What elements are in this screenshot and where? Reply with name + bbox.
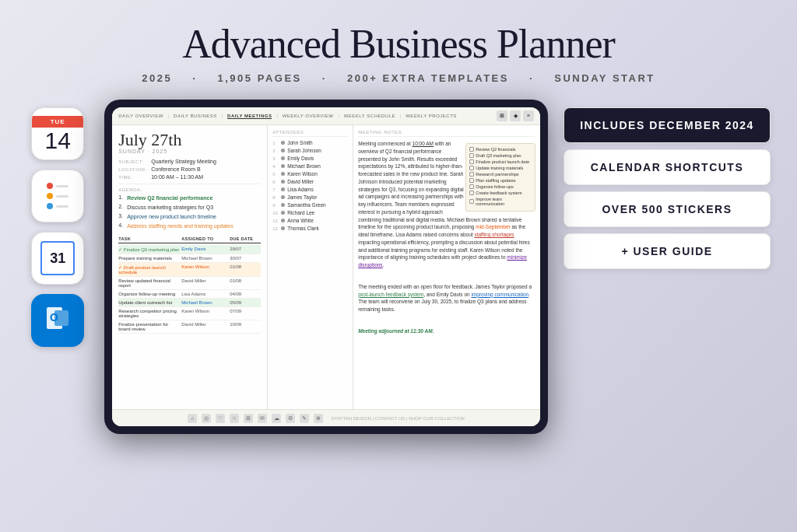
badge-calendar-shortcuts: CALENDAR SHORTCUTS — [564, 149, 771, 185]
orange-dot — [47, 193, 53, 199]
location-label: LOCATION: — [118, 166, 148, 172]
bottom-icon-5[interactable]: ⊞ — [244, 414, 253, 423]
notes-panel: MEETING NOTES Review Q2 financials Draft… — [353, 125, 540, 409]
nav-daily-meetings[interactable]: DAILY MEETINGS — [227, 114, 272, 119]
time-value: 10:00 AM – 11:30 AM — [151, 174, 203, 180]
check-4: Update training materials — [469, 166, 532, 170]
notes-header: MEETING NOTES — [358, 130, 535, 137]
time-label: TIME: — [118, 174, 148, 180]
bottom-icon-4[interactable]: ☆ — [230, 414, 239, 423]
blue-dot — [47, 203, 53, 209]
cal-day: TUE — [32, 116, 83, 128]
attendees-panel: ATTENDEES 1 John Smith 2 Sarah Johnson — [268, 125, 353, 409]
sep3: · — [529, 72, 539, 84]
sep2: · — [322, 72, 332, 84]
agenda-4: 4. Address staffing needs and training u… — [118, 222, 261, 229]
page-header: Advanced Business Planner 2025 · 1,905 P… — [0, 0, 797, 93]
attendee-5: 5 Karen Wilson — [272, 171, 348, 177]
nav-icon-grid[interactable]: ⊞ — [497, 110, 507, 121]
sep1: · — [192, 72, 202, 84]
task-row-2: Prepare training materials Michael Brown… — [118, 254, 261, 263]
badge-user-guide: + USER GUIDE — [564, 233, 771, 269]
google-calendar-icon[interactable]: 31 — [31, 232, 84, 285]
attendees-header: ATTENDEES — [272, 130, 348, 137]
agenda-2: 2. Discuss marketing strategies for Q3 — [118, 204, 261, 211]
location-value: Conference Room B — [151, 166, 200, 172]
svg-text:O: O — [50, 311, 58, 324]
badge-calendar-text: CALENDAR SHORTCUTS — [580, 161, 754, 173]
subtitle-start: SUNDAY START — [554, 72, 655, 84]
tablet-main-content: July 27th SUNDAY · 2025 SUBJECT: Quarter… — [112, 125, 540, 409]
right-sidebar: INCLUDES DECEMBER 2024 CALENDAR SHORTCUT… — [564, 100, 771, 269]
nav-daily-business[interactable]: DAILY BUSINESS — [174, 114, 217, 118]
nav-weekly-overview[interactable]: WEEKLY OVERVIEW — [283, 114, 334, 118]
bottom-icon-1[interactable]: ⌂ — [188, 414, 197, 423]
bottom-icon-7[interactable]: ☁ — [272, 414, 281, 423]
attendee-9: 9 Samantha Green — [272, 202, 348, 208]
task-header: TASK ASSIGNED TO DUE DATE — [118, 235, 261, 243]
agenda-label: AGENDA: — [118, 184, 261, 192]
nav-icon-bookmark[interactable]: ◈ — [510, 110, 521, 121]
check-7: Organize follow-ups — [469, 184, 532, 189]
main-title: Advanced Business Planner — [16, 22, 781, 66]
nav-daily-overview[interactable]: DAILY OVERVIEW — [118, 114, 163, 118]
subtitle-year: 2025 — [142, 72, 172, 84]
bottom-icon-3[interactable]: ♡ — [216, 414, 225, 423]
tablet-screen: DAILY OVERVIEW | DAILY BUSINESS | DAILY … — [112, 107, 540, 426]
tablet-nav: DAILY OVERVIEW | DAILY BUSINESS | DAILY … — [112, 107, 540, 125]
check-5: Research partnerships — [469, 172, 532, 177]
attendee-1: 1 John Smith — [272, 140, 348, 145]
cal-number: 14 — [45, 129, 71, 152]
task-row-5: Organize follow-up meeting Lisa Adams 04… — [118, 290, 261, 299]
check-8: Create feedback system — [469, 191, 532, 195]
attendee-7: 7 Lisa Adams — [272, 187, 348, 192]
task-table: TASK ASSIGNED TO DUE DATE Finalize Q3 ma… — [118, 235, 261, 334]
task-row-4: Review updated financial report David Mi… — [118, 277, 261, 290]
calendar-date-icon[interactable]: TUE 14 — [31, 107, 84, 160]
check-6: Plan staffing updates — [469, 178, 532, 183]
subject-label: SUBJECT: — [118, 159, 148, 164]
content-area: TUE 14 31 — [0, 93, 797, 440]
badge-stickers: OVER 500 STICKERS — [564, 191, 771, 227]
check-2: Draft Q3 marketing plan — [469, 153, 532, 158]
time-row: TIME: 10:00 AM – 11:30 AM — [118, 174, 261, 180]
badge-stickers-text: OVER 500 STICKERS — [580, 203, 754, 215]
rem-dot-2 — [47, 193, 68, 199]
agenda-1: 1. Review Q2 financial performance — [118, 194, 261, 201]
tablet-bottom-bar: ⌂ ◎ ♡ ☆ ⊞ ✉ ☁ ⚙ ✎ ⊕ DYATTAN DESIGN | CON… — [112, 409, 540, 426]
rem-dot-3 — [47, 203, 68, 209]
bottom-icon-8[interactable]: ⚙ — [286, 414, 295, 423]
outlook-icon[interactable]: O — [31, 294, 84, 347]
task-row-6: Update client outreach list Michael Brow… — [118, 299, 261, 307]
bottom-icon-2[interactable]: ◎ — [202, 414, 211, 423]
task-row-1: Finalize Q3 marketing plan Emily Davis 2… — [118, 245, 261, 254]
gcal-inner: 31 — [40, 241, 75, 275]
agenda-3: 3. Approve new product launch timeline — [118, 213, 261, 220]
check-1: Review Q2 financials — [469, 147, 532, 152]
task-row-3: Draft product launch schedule Karen Wils… — [118, 263, 261, 277]
nav-weekly-schedule[interactable]: WEEKLY SCHEDULE — [344, 114, 395, 118]
nav-icons: ⊞ ◈ ≡ — [497, 110, 534, 121]
subtitle: 2025 · 1,905 PAGES · 200+ EXTRA TEMPLATE… — [16, 72, 781, 84]
notes-closing: Meeting adjourned at 11:30 AM. — [358, 327, 535, 335]
reminders-icon[interactable] — [31, 170, 84, 222]
attendee-11: 11 Anna White — [272, 218, 348, 223]
subtitle-templates: 200+ EXTRA TEMPLATES — [347, 72, 509, 84]
task-row-7: Research competitor pricing strategies K… — [118, 307, 261, 320]
subtitle-pages: 1,905 PAGES — [218, 72, 302, 84]
bottom-icon-10[interactable]: ⊕ — [314, 414, 323, 423]
tablet-container: DAILY OVERVIEW | DAILY BUSINESS | DAILY … — [104, 100, 548, 434]
badge-guide-text: + USER GUIDE — [580, 245, 754, 257]
bottom-icon-9[interactable]: ✎ — [300, 414, 309, 423]
left-icons-column: TUE 14 31 — [26, 100, 89, 347]
nav-weekly-projects[interactable]: WEEKLY PROJECTS — [406, 114, 457, 118]
bottom-icon-6[interactable]: ✉ — [258, 414, 267, 423]
attendee-2: 2 Sarah Johnson — [272, 148, 348, 153]
outlook-inner: O — [38, 301, 77, 340]
attendee-12: 12 Thomas Clark — [272, 226, 348, 231]
nav-icon-menu[interactable]: ≡ — [523, 110, 534, 121]
badge-december-text: INCLUDES DECEMBER 2024 — [580, 119, 754, 131]
check-9: Improve team communication — [469, 197, 532, 206]
date-header: July 27th SUNDAY · 2025 — [118, 131, 261, 154]
task-row-8: Finalize presentation for board review D… — [118, 320, 261, 334]
